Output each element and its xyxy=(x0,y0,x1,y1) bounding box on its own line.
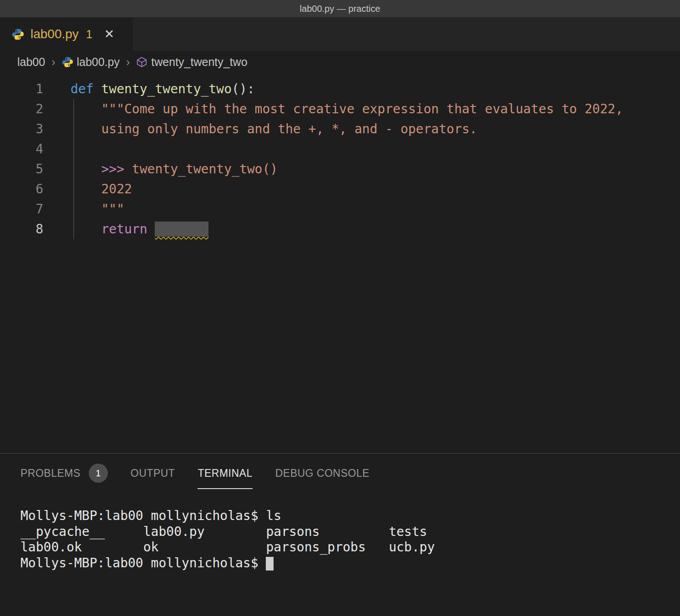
terminal-output: Mollys-MBP:lab00 mollynicholas$ ls__pyca… xyxy=(20,508,680,571)
code-line-5[interactable]: 5 >>> twenty_twenty_two() xyxy=(0,159,680,179)
code-token xyxy=(71,101,101,116)
terminal-cursor xyxy=(266,557,274,571)
panel-tab-debug-console[interactable]: DEBUG CONSOLE xyxy=(275,454,370,493)
breadcrumb-file[interactable]: lab00.py xyxy=(62,56,120,69)
code-token: using only numbers and the +, *, and - o… xyxy=(101,121,477,136)
code-token xyxy=(71,162,101,177)
code-content: using only numbers and the +, *, and - o… xyxy=(71,119,477,139)
line-number: 7 xyxy=(0,199,43,219)
line-number: 5 xyxy=(0,159,43,179)
terminal-line: __pycache__ lab00.py parsons tests xyxy=(20,524,680,540)
line-number: 8 xyxy=(0,219,43,239)
code-token: """Come up with the most creative expres… xyxy=(101,101,623,116)
code-content: >>> twenty_twenty_two() xyxy=(71,159,278,179)
panel-tab-terminal[interactable]: TERMINAL xyxy=(198,454,252,493)
bottom-panel: PROBLEMS 1 OUTPUT TERMINAL DEBUG CONSOLE… xyxy=(0,453,680,616)
code-token xyxy=(71,202,101,217)
panel-tab-problems[interactable]: PROBLEMS 1 xyxy=(20,454,108,493)
titlebar: lab00.py — practice xyxy=(0,0,680,17)
terminal-line: Mollys-MBP:lab00 mollynicholas$ ls xyxy=(20,508,680,524)
code-token: return xyxy=(101,222,155,237)
terminal-line: Mollys-MBP:lab00 mollynicholas$ xyxy=(20,555,680,571)
code-token xyxy=(71,222,101,237)
code-content: 2022 xyxy=(71,179,132,199)
code-line-3[interactable]: 3 using only numbers and the +, *, and -… xyxy=(0,119,680,139)
line-number: 6 xyxy=(0,179,43,199)
terminal-line: lab00.ok ok parsons_probs ucb.py xyxy=(20,540,680,555)
code-token: 2022 xyxy=(101,182,132,197)
code-content: return xyxy=(71,219,208,239)
line-number: 2 xyxy=(0,99,43,119)
python-icon xyxy=(12,28,24,40)
breadcrumb-folder[interactable]: lab00 xyxy=(17,56,45,69)
code-token: def xyxy=(71,81,101,96)
tab-lab00[interactable]: lab00.py 1 ✕ xyxy=(0,17,133,51)
code-line-8[interactable]: 8 return xyxy=(0,219,680,239)
breadcrumb: lab00 › lab00.py › twenty_twenty_two xyxy=(0,51,680,73)
code-token: (): xyxy=(232,81,255,96)
chevron-right-icon: › xyxy=(126,56,130,69)
code-line-6[interactable]: 6 2022 xyxy=(0,179,680,199)
warning-highlight xyxy=(155,222,208,237)
indent-guide xyxy=(73,99,74,239)
python-icon xyxy=(62,56,73,68)
code-line-4[interactable]: 4 xyxy=(0,139,680,159)
breadcrumb-symbol[interactable]: twenty_twenty_two xyxy=(136,56,247,69)
code-content: """ xyxy=(71,199,124,219)
chevron-right-icon: › xyxy=(51,56,55,69)
tab-bar: lab00.py 1 ✕ xyxy=(0,17,680,51)
code-line-7[interactable]: 7 """ xyxy=(0,199,680,219)
tab-filename: lab00.py xyxy=(30,27,79,41)
code-line-2[interactable]: 2 """Come up with the most creative expr… xyxy=(0,99,680,119)
code-token: """ xyxy=(101,202,124,217)
problems-count-badge: 1 xyxy=(89,464,108,483)
tab-problem-count: 1 xyxy=(86,28,92,41)
code-token: twenty_twenty_two() xyxy=(124,162,278,177)
line-number: 3 xyxy=(0,119,43,139)
window-title: lab00.py — practice xyxy=(300,4,381,14)
code-token: >>> xyxy=(101,162,124,177)
code-token: twenty_twenty_two xyxy=(101,81,232,96)
close-icon[interactable]: ✕ xyxy=(104,28,115,40)
panel-tab-output[interactable]: OUTPUT xyxy=(131,454,175,493)
line-number: 4 xyxy=(0,139,43,159)
line-number: 1 xyxy=(0,79,43,99)
code-line-1[interactable]: 1def twenty_twenty_two(): xyxy=(0,79,680,99)
code-editor[interactable]: 1def twenty_twenty_two():2 """Come up wi… xyxy=(0,73,680,453)
editor-lines: 1def twenty_twenty_two():2 """Come up wi… xyxy=(0,79,680,239)
code-token xyxy=(71,182,101,197)
symbol-namespace-icon xyxy=(136,56,147,68)
code-content: """Come up with the most creative expres… xyxy=(71,99,623,119)
panel-tab-bar: PROBLEMS 1 OUTPUT TERMINAL DEBUG CONSOLE xyxy=(0,454,680,493)
code-content: def twenty_twenty_two(): xyxy=(71,79,255,99)
code-token xyxy=(71,121,101,136)
terminal[interactable]: Mollys-MBP:lab00 mollynicholas$ ls__pyca… xyxy=(0,493,680,571)
